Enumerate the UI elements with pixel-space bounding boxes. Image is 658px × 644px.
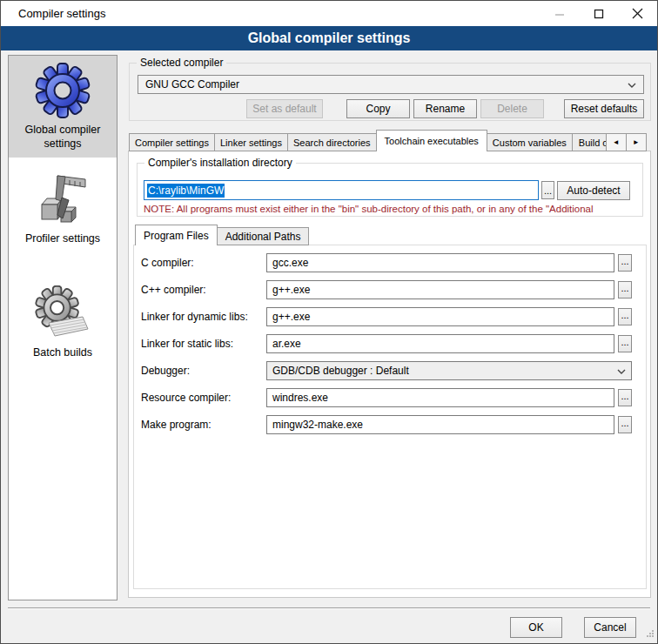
- c-compiler-row: C++ compiler:g++.exe...: [134, 280, 646, 299]
- linker-for-dynamic-libs-browse-button[interactable]: ...: [618, 308, 632, 325]
- delete-button[interactable]: Delete: [480, 99, 544, 118]
- linker-for-dynamic-libs-row: Linker for dynamic libs:g++.exe...: [134, 307, 646, 326]
- installation-directory-value: C:\raylib\MinGW: [147, 184, 225, 198]
- make-program-label: Make program:: [141, 419, 212, 431]
- installation-directory-input[interactable]: C:\raylib\MinGW: [144, 180, 539, 200]
- tab-compiler-settings[interactable]: Compiler settings: [129, 133, 215, 151]
- bin-subdirectory-note: NOTE: All programs must exist either in …: [144, 204, 633, 214]
- c-compiler-browse-button[interactable]: ...: [618, 281, 632, 299]
- c-compiler-browse-button[interactable]: ...: [618, 254, 632, 272]
- blue-gear-icon: [35, 63, 91, 121]
- settings-category-list: Global compiler settings: [8, 55, 118, 600]
- resource-compiler-value: windres.exe: [272, 392, 328, 404]
- debugger-label: Debugger:: [141, 365, 190, 377]
- toolchain-executables-page: Compiler's installation directory C:\ray…: [128, 151, 651, 598]
- dialog-header: Global compiler settings: [1, 26, 657, 50]
- sidebar-item-global-compiler-settings[interactable]: Global compiler settings: [9, 56, 117, 158]
- tab-label: Additional Paths: [225, 231, 301, 243]
- chevron-down-icon: [617, 365, 626, 377]
- make-program-row: Make program:mingw32-make.exe...: [134, 415, 646, 434]
- resource-compiler-browse-button[interactable]: ...: [618, 389, 632, 406]
- linker-for-dynamic-libs-label: Linker for dynamic libs:: [141, 311, 248, 323]
- resource-compiler-input[interactable]: windres.exe: [266, 388, 614, 407]
- make-program-input[interactable]: mingw32-make.exe: [266, 415, 614, 434]
- c-compiler-value: g++.exe: [272, 284, 310, 296]
- close-icon: [632, 8, 643, 19]
- set-as-default-button[interactable]: Set as default: [246, 99, 323, 118]
- chevron-down-icon: [628, 78, 636, 91]
- c-compiler-label: C++ compiler:: [141, 284, 206, 296]
- sidebar-item-label: Profiler settings: [17, 232, 109, 246]
- linker-for-dynamic-libs-value: g++.exe: [272, 311, 310, 323]
- resource-compiler-label: Resource compiler:: [141, 392, 231, 404]
- tab-scroll-right-button[interactable]: ►: [626, 133, 647, 151]
- cancel-button[interactable]: Cancel: [584, 617, 636, 638]
- copy-button[interactable]: Copy: [346, 99, 410, 118]
- sidebar-item-label: Global compiler settings: [17, 124, 109, 151]
- c-compiler-label: C compiler:: [141, 257, 194, 269]
- c-compiler-value: gcc.exe: [272, 257, 308, 269]
- ok-button[interactable]: OK: [510, 617, 562, 638]
- maximize-icon: [594, 9, 604, 19]
- gear-stack-icon: [35, 285, 91, 344]
- compiler-settings-dialog: Compiler settings Global compiler settin…: [0, 0, 658, 644]
- resource-compiler-row: Resource compiler:windres.exe...: [134, 388, 646, 407]
- minimize-button[interactable]: [540, 1, 579, 26]
- debugger-value: GDB/CDB debugger : Default: [272, 365, 409, 377]
- caliper-icon: [35, 171, 91, 230]
- main-tabs: Compiler settingsLinker settingsSearch d…: [129, 130, 646, 151]
- main-tabs-list: Compiler settingsLinker settingsSearch d…: [129, 130, 606, 151]
- reset-defaults-button[interactable]: Reset defaults: [564, 99, 644, 118]
- installation-directory-browse-button[interactable]: ...: [541, 181, 554, 199]
- arrow-left-icon: ◄: [613, 138, 620, 146]
- minimize-icon: [554, 9, 565, 19]
- debugger-row: Debugger:GDB/CDB debugger : Default: [134, 361, 646, 380]
- c-compiler-row: C compiler:gcc.exe...: [134, 253, 646, 272]
- sidebar-item-label: Batch builds: [17, 346, 109, 360]
- window-title: Compiler settings: [18, 7, 105, 20]
- installation-directory-group-label: Compiler's installation directory: [144, 157, 296, 169]
- caption-buttons: [540, 1, 657, 26]
- debugger-select[interactable]: GDB/CDB debugger : Default: [266, 361, 632, 380]
- rename-button[interactable]: Rename: [413, 99, 477, 118]
- tab-search-directories[interactable]: Search directories: [287, 133, 377, 151]
- sidebar-item-batch-builds[interactable]: Batch builds: [9, 272, 117, 373]
- tab-linker-settings[interactable]: Linker settings: [214, 133, 288, 151]
- linker-for-static-libs-row: Linker for static libs:ar.exe...: [134, 334, 646, 353]
- title-bar: Compiler settings: [1, 1, 657, 26]
- dialog-header-title: Global compiler settings: [248, 30, 411, 45]
- maximize-button[interactable]: [579, 1, 618, 26]
- tab-custom-variables[interactable]: Custom variables: [487, 133, 573, 151]
- close-button[interactable]: [618, 1, 657, 26]
- tab-label: Program Files: [144, 230, 209, 242]
- footer-divider: [8, 607, 650, 609]
- program-files-tabs: Program Files Additional Paths: [135, 225, 308, 245]
- c-compiler-input[interactable]: g++.exe: [266, 280, 614, 299]
- linker-for-static-libs-value: ar.exe: [272, 338, 301, 350]
- auto-detect-button[interactable]: Auto-detect: [557, 181, 630, 200]
- selected-compiler-select[interactable]: GNU GCC Compiler: [138, 75, 644, 94]
- linker-for-static-libs-label: Linker for static libs:: [141, 338, 233, 350]
- linker-for-static-libs-input[interactable]: ar.exe: [266, 334, 614, 353]
- selected-compiler-value: GNU GCC Compiler: [145, 78, 239, 91]
- resize-grip-icon[interactable]: [646, 628, 655, 641]
- arrow-right-icon: ►: [633, 138, 640, 146]
- sidebar-item-profiler-settings[interactable]: Profiler settings: [9, 158, 117, 259]
- linker-for-dynamic-libs-input[interactable]: g++.exe: [266, 307, 614, 326]
- selected-compiler-group-label: Selected compiler: [137, 57, 226, 69]
- c-compiler-input[interactable]: gcc.exe: [266, 253, 614, 272]
- tab-toolchain-executables[interactable]: Toolchain executables: [376, 130, 487, 151]
- tab-build-options[interactable]: Build options: [572, 133, 607, 151]
- tab-additional-paths[interactable]: Additional Paths: [217, 227, 310, 245]
- make-program-browse-button[interactable]: ...: [618, 416, 632, 433]
- make-program-value: mingw32-make.exe: [272, 419, 363, 431]
- linker-for-static-libs-browse-button[interactable]: ...: [618, 335, 632, 352]
- tab-scroll-left-button[interactable]: ◄: [606, 133, 627, 151]
- tab-program-files[interactable]: Program Files: [135, 225, 218, 245]
- program-files-page: C compiler:gcc.exe...C++ compiler:g++.ex…: [133, 245, 647, 589]
